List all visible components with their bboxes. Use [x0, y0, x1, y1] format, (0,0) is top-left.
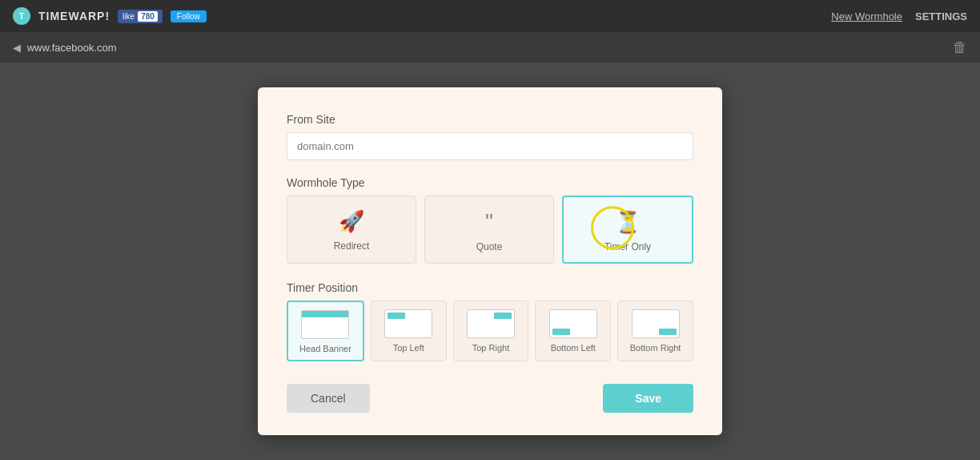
quote-icon: "	[485, 209, 493, 235]
wormhole-type-label: Wormhole Type	[287, 176, 693, 189]
twitter-follow-button[interactable]: Follow	[171, 10, 207, 22]
second-bar: ◀ www.facebook.com 🗑	[0, 32, 980, 63]
redirect-label: Redirect	[334, 240, 370, 252]
bottom-right-label: Bottom Right	[630, 343, 681, 353]
top-right-preview	[467, 309, 515, 338]
from-site-label: From Site	[287, 113, 693, 126]
head-banner-preview	[301, 310, 349, 339]
position-bottom-right-button[interactable]: Bottom Right	[617, 301, 693, 361]
bottom-left-bar	[552, 329, 570, 335]
main-area: From Site Wormhole Type 🚀 Redirect " Quo…	[0, 63, 980, 460]
timer-icon: ⏳	[615, 210, 641, 235]
fb-like-label: like	[122, 12, 135, 21]
head-banner-bar	[302, 311, 348, 317]
current-url: ◀ www.facebook.com	[13, 42, 117, 54]
app-title: TIMEWARP!	[38, 10, 110, 22]
redirect-icon: 🚀	[339, 209, 364, 234]
top-left-bar	[388, 313, 405, 319]
trash-icon[interactable]: 🗑	[953, 39, 967, 56]
bottom-left-preview	[549, 309, 597, 338]
position-top-right-button[interactable]: Top Right	[453, 301, 529, 361]
top-right-bar	[494, 313, 512, 319]
top-left-label: Top Left	[393, 343, 424, 353]
top-right-label: Top Right	[472, 343, 509, 353]
bottom-right-preview	[632, 309, 680, 338]
timer-only-label: Timer Only	[604, 241, 651, 252]
type-timer-only-button[interactable]: ⏳ Timer Only	[562, 196, 693, 264]
cancel-button[interactable]: Cancel	[287, 384, 370, 413]
settings-link[interactable]: SETTINGS	[915, 10, 967, 22]
nav-left: T TIMEWARP! like 780 Follow	[13, 7, 207, 25]
top-left-preview	[384, 309, 432, 338]
modal-footer: Cancel Save	[287, 384, 693, 413]
fb-count: 780	[138, 11, 158, 22]
quote-label: Quote	[476, 241, 503, 252]
save-button[interactable]: Save	[603, 384, 693, 413]
top-nav: T TIMEWARP! like 780 Follow New Wormhole…	[0, 0, 980, 32]
timer-position-label: Timer Position	[287, 281, 693, 294]
bottom-right-bar	[659, 329, 677, 335]
type-redirect-button[interactable]: 🚀 Redirect	[287, 196, 416, 264]
position-top-left-button[interactable]: Top Left	[371, 301, 447, 361]
head-banner-label: Head Banner	[299, 344, 351, 353]
logo-icon: T	[13, 7, 30, 25]
bottom-left-label: Bottom Left	[551, 343, 596, 353]
type-quote-button[interactable]: " Quote	[424, 196, 554, 264]
from-site-input[interactable]	[287, 132, 693, 160]
nav-right: New Wormhole SETTINGS	[831, 10, 967, 22]
timer-position-row: Head Banner Top Left Top Right Bottom Le…	[287, 301, 693, 361]
position-head-banner-button[interactable]: Head Banner	[287, 301, 364, 361]
position-bottom-left-button[interactable]: Bottom Left	[535, 301, 611, 361]
wormhole-modal: From Site Wormhole Type 🚀 Redirect " Quo…	[258, 87, 722, 435]
wormhole-type-row: 🚀 Redirect " Quote ⏳ Timer Only	[287, 196, 693, 264]
new-wormhole-link[interactable]: New Wormhole	[831, 10, 902, 22]
facebook-like-badge[interactable]: like 780	[118, 10, 163, 23]
